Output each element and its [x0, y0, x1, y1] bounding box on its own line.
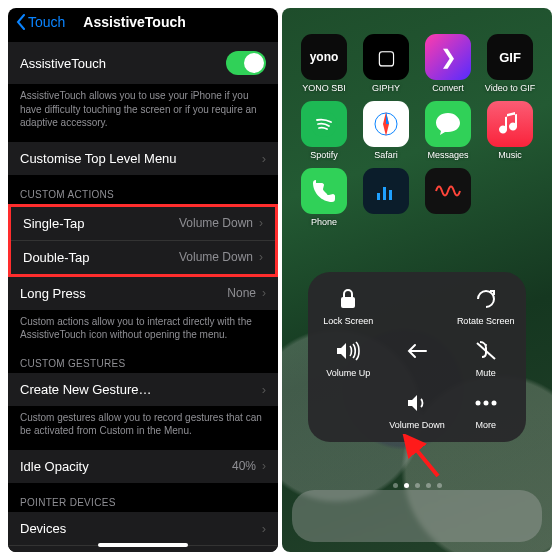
svg-point-10	[491, 401, 496, 406]
custom-actions-desc: Custom actions allow you to interact dir…	[8, 310, 278, 344]
app-yono-sbi[interactable]: yonoYONO SBI	[296, 34, 352, 93]
at-label: Rotate Screen	[457, 316, 515, 326]
row-label: Create New Gesture…	[20, 382, 152, 397]
app-icon	[301, 168, 347, 214]
at-label: Volume Down	[389, 420, 445, 430]
app-safari[interactable]: Safari	[358, 101, 414, 160]
pointer-devices-header: POINTER DEVICES	[8, 483, 278, 512]
app-messages[interactable]: Messages	[420, 101, 476, 160]
rotate-icon	[473, 286, 499, 312]
chevron-right-icon: ›	[262, 459, 266, 473]
at-volume-up[interactable]: Volume Up	[314, 338, 383, 378]
custom-gestures-desc: Custom gestures allow you to record gest…	[8, 406, 278, 440]
toggle-on[interactable]	[226, 51, 266, 75]
chevron-right-icon: ›	[262, 382, 266, 397]
row-label: Devices	[20, 521, 66, 536]
app-label: Messages	[427, 150, 468, 160]
home-screen: yonoYONO SBI▢GIPHY❯ConvertGIFVideo to GI…	[282, 8, 552, 552]
more-icon	[473, 390, 499, 416]
settings-screen: Touch AssistiveTouch AssistiveTouch Assi…	[8, 8, 278, 552]
row-value: None	[227, 286, 256, 300]
custom-gestures-header: CUSTOM GESTURES	[8, 344, 278, 373]
row-label: AssistiveTouch	[20, 56, 106, 71]
app-icon	[363, 101, 409, 147]
app-spotify[interactable]: Spotify	[296, 101, 352, 160]
row-label: Idle Opacity	[20, 459, 89, 474]
assistivetouch-toggle-row[interactable]: AssistiveTouch	[8, 42, 278, 84]
svg-rect-3	[377, 193, 380, 200]
at-mute[interactable]: Mute	[451, 338, 520, 378]
page-title: AssistiveTouch	[65, 14, 270, 30]
idle-opacity-row[interactable]: Idle Opacity 40%›	[8, 450, 278, 483]
at-label: Mute	[476, 368, 496, 378]
single-tap-row[interactable]: Single-Tap Volume Down›	[11, 207, 275, 240]
app-convert[interactable]: ❯Convert	[420, 34, 476, 93]
home-indicator[interactable]	[98, 543, 188, 547]
app-unlabeled[interactable]	[358, 168, 414, 227]
row-value: 40%	[232, 459, 256, 473]
lock-icon	[335, 286, 361, 312]
row-label: Customise Top Level Menu	[20, 151, 177, 166]
svg-rect-5	[389, 190, 392, 200]
row-label: Single-Tap	[23, 216, 84, 231]
double-tap-row[interactable]: Double-Tap Volume Down›	[11, 240, 275, 274]
app-icon	[425, 101, 471, 147]
at-label: More	[475, 420, 496, 430]
dock[interactable]	[292, 490, 542, 542]
app-phone[interactable]: Phone	[296, 168, 352, 227]
volume-down-icon	[404, 390, 430, 416]
toggle-desc: AssistiveTouch allows you to use your iP…	[8, 84, 278, 132]
app-icon	[301, 101, 347, 147]
app-icon: yono	[301, 34, 347, 80]
row-label: Double-Tap	[23, 250, 90, 265]
long-press-row[interactable]: Long Press None›	[8, 277, 278, 310]
nav-bar: Touch AssistiveTouch	[8, 8, 278, 32]
at-back[interactable]	[383, 338, 452, 378]
row-value: Volume Down	[179, 216, 253, 230]
app-music[interactable]: Music	[482, 101, 538, 160]
at-volume-down[interactable]: Volume Down	[383, 390, 452, 430]
assistivetouch-menu[interactable]: Lock Screen Rotate Screen Volume Up Mute	[308, 272, 526, 442]
arrow-left-icon	[404, 338, 430, 364]
at-label: Lock Screen	[323, 316, 373, 326]
chevron-right-icon: ›	[259, 216, 263, 230]
chevron-right-icon: ›	[262, 521, 266, 536]
app-icon: ❯	[425, 34, 471, 80]
row-label: Long Press	[20, 286, 86, 301]
svg-point-9	[483, 401, 488, 406]
chevron-right-icon: ›	[259, 250, 263, 264]
create-new-gesture-row[interactable]: Create New Gesture… ›	[8, 373, 278, 406]
row-value: Volume Down	[179, 250, 253, 264]
app-unlabeled[interactable]	[420, 168, 476, 227]
back-button[interactable]: Touch	[16, 14, 65, 30]
svg-rect-4	[383, 187, 386, 200]
app-giphy[interactable]: ▢GIPHY	[358, 34, 414, 93]
app-icon	[363, 168, 409, 214]
app-icon	[425, 168, 471, 214]
app-label: Phone	[311, 217, 337, 227]
chevron-right-icon: ›	[262, 286, 266, 300]
at-more[interactable]: More	[451, 390, 520, 430]
devices-row[interactable]: Devices ›	[8, 512, 278, 545]
at-rotate-screen[interactable]: Rotate Screen	[451, 286, 520, 326]
app-label: Convert	[432, 83, 464, 93]
mute-icon	[473, 338, 499, 364]
app-label: Music	[498, 150, 522, 160]
app-label: Video to GIF	[485, 83, 535, 93]
app-icon	[487, 101, 533, 147]
customise-top-level-menu-row[interactable]: Customise Top Level Menu ›	[8, 142, 278, 175]
volume-up-icon	[335, 338, 361, 364]
svg-point-7	[485, 344, 487, 346]
app-label: Safari	[374, 150, 398, 160]
page-dots[interactable]	[282, 483, 552, 488]
app-video-to-gif[interactable]: GIFVideo to GIF	[482, 34, 538, 93]
app-icon: ▢	[363, 34, 409, 80]
at-label: Volume Up	[326, 368, 370, 378]
highlight-box: Single-Tap Volume Down› Double-Tap Volum…	[8, 204, 278, 277]
chevron-right-icon: ›	[262, 151, 266, 166]
app-label: YONO SBI	[302, 83, 346, 93]
svg-rect-6	[341, 297, 355, 308]
custom-actions-header: CUSTOM ACTIONS	[8, 175, 278, 204]
app-label: Spotify	[310, 150, 338, 160]
at-lock-screen[interactable]: Lock Screen	[314, 286, 383, 326]
